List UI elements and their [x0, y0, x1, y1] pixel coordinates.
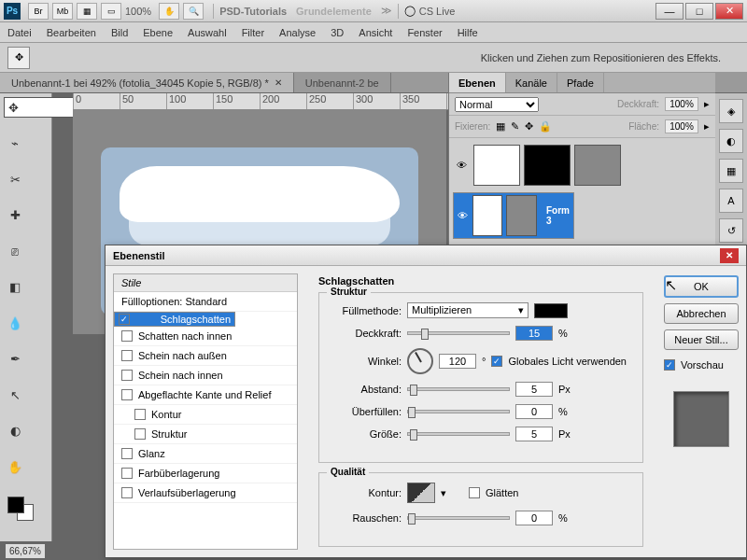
menu-edit[interactable]: Bearbeiten	[47, 27, 96, 38]
tab-channels[interactable]: Kanäle	[506, 73, 557, 92]
minibridge-icon[interactable]: Mb	[52, 3, 73, 20]
style-row[interactable]: Verlaufsüberlagerung	[114, 483, 297, 503]
preview-checkbox[interactable]: ✓	[664, 359, 675, 371]
style-row[interactable]: Schein nach außen	[114, 346, 297, 366]
lock-trans-icon[interactable]: ▦	[496, 120, 505, 133]
menu-filter[interactable]: Filter	[242, 27, 264, 38]
lock-all-icon[interactable]: 🔒	[539, 120, 552, 133]
style-row[interactable]: ✓Schlagschatten	[114, 312, 235, 327]
style-row[interactable]: Glanz	[114, 444, 297, 464]
new-style-button[interactable]: Neuer Stil...	[664, 329, 739, 350]
menu-layer[interactable]: Ebene	[143, 27, 173, 38]
noise-slider[interactable]	[407, 516, 510, 520]
layer-row[interactable]: 👁	[453, 142, 712, 189]
distance-slider[interactable]	[407, 387, 510, 391]
style-row[interactable]: Farbüberlagerung	[114, 464, 297, 483]
tab-paths[interactable]: Pfade	[557, 73, 604, 92]
menu-help[interactable]: Hilfe	[458, 27, 478, 38]
visibility-icon[interactable]: 👁	[458, 210, 469, 221]
heal-tool[interactable]: ✚	[4, 205, 26, 226]
arrange-icon[interactable]: ▦	[77, 3, 97, 20]
history-icon[interactable]: ↺	[719, 218, 743, 243]
maximize-button[interactable]: □	[685, 3, 713, 20]
styles-icon[interactable]: ▦	[719, 159, 743, 183]
hand-tool[interactable]: ✋	[4, 456, 26, 477]
noise-input[interactable]: 0	[515, 511, 553, 525]
layer-name[interactable]: Form 3	[541, 205, 570, 226]
layers-icon[interactable]: ◈	[719, 99, 743, 123]
close-button[interactable]: ✕	[715, 3, 743, 20]
style-row[interactable]: Schatten nach innen	[114, 327, 297, 346]
ok-button[interactable]: OK	[664, 275, 739, 298]
tab-layers[interactable]: Ebenen	[449, 73, 506, 92]
dialog-titlebar[interactable]: Ebenenstil ✕	[106, 245, 746, 266]
style-row[interactable]: Schein nach innen	[114, 366, 297, 385]
path-tool[interactable]: ↖	[4, 385, 26, 405]
style-row[interactable]: Struktur	[114, 425, 297, 444]
visibility-icon[interactable]: 👁	[453, 160, 470, 171]
style-checkbox[interactable]	[121, 350, 133, 361]
minimize-button[interactable]: —	[655, 3, 684, 20]
screen-mode-icon[interactable]: ▭	[101, 3, 121, 20]
style-row[interactable]: Füllloptionen: Standard	[114, 292, 297, 312]
angle-input[interactable]: 120	[439, 354, 476, 369]
menu-analysis[interactable]: Analyse	[279, 27, 316, 38]
adjustments-icon[interactable]: ◐	[719, 129, 743, 153]
menu-window[interactable]: Fenster	[407, 27, 442, 38]
cslive-label[interactable]: CS Live	[419, 6, 456, 17]
3d-tool[interactable]: ◐	[4, 421, 26, 441]
opacity-slider[interactable]	[407, 331, 510, 335]
style-checkbox[interactable]	[121, 389, 133, 400]
menu-file[interactable]: Datei	[7, 27, 32, 38]
opacity-value[interactable]: 100%	[665, 97, 698, 111]
fillmethod-select[interactable]: Multiplizieren▾	[407, 302, 529, 318]
shadow-color-swatch[interactable]	[534, 303, 568, 318]
spread-slider[interactable]	[407, 410, 510, 413]
style-checkbox[interactable]	[121, 370, 133, 381]
chevron-icon[interactable]: ▸	[704, 120, 710, 133]
eraser-tool[interactable]: ◧	[4, 277, 26, 298]
chevron-icon[interactable]: ▸	[704, 98, 710, 110]
doc-tab-2[interactable]: Unbenannt-2 be	[294, 73, 391, 92]
zoom-status[interactable]: 66,67%	[6, 544, 45, 558]
style-checkbox[interactable]	[121, 330, 133, 342]
style-checkbox[interactable]	[134, 428, 146, 440]
pen-tool[interactable]: ✒	[4, 349, 26, 370]
lasso-tool[interactable]: ⌁	[4, 133, 26, 154]
bridge-icon[interactable]: Br	[28, 3, 49, 20]
stamp-tool[interactable]: ⎚	[4, 241, 26, 261]
title-zoom[interactable]: 100%	[125, 6, 151, 17]
zoom-tool-icon[interactable]: 🔍	[183, 3, 204, 20]
angle-dial[interactable]	[407, 348, 433, 374]
blend-mode-select[interactable]: Normal	[455, 97, 539, 112]
distance-input[interactable]: 5	[515, 382, 553, 397]
blur-tool[interactable]: 💧	[4, 313, 26, 333]
size-slider[interactable]	[407, 432, 510, 436]
crop-tool[interactable]: ✂	[4, 169, 26, 189]
char-icon[interactable]: A	[719, 189, 743, 213]
style-row[interactable]: Kontur	[114, 405, 297, 425]
move-tool-icon[interactable]: ✥	[7, 47, 30, 69]
lock-paint-icon[interactable]: ✎	[511, 120, 519, 133]
layer-row-selected[interactable]: 👁 Form 3	[453, 192, 574, 239]
opacity-input[interactable]: 15	[515, 326, 553, 341]
menu-image[interactable]: Bild	[111, 27, 128, 38]
style-row[interactable]: Abgeflachte Kante und Relief	[114, 385, 297, 405]
workspace-link-2[interactable]: Grundelemente	[296, 6, 372, 17]
size-input[interactable]: 5	[515, 427, 553, 441]
workspace-link-1[interactable]: PSD-Tutorials	[219, 6, 287, 17]
menu-3d[interactable]: 3D	[331, 27, 344, 38]
fill-value[interactable]: 100%	[665, 119, 698, 133]
hand-icon[interactable]: ✋	[159, 3, 179, 20]
style-checkbox[interactable]	[121, 468, 133, 479]
style-checkbox[interactable]: ✓	[119, 314, 130, 325]
cancel-button[interactable]: Abbrechen	[664, 303, 739, 324]
menu-view[interactable]: Ansicht	[359, 27, 392, 38]
dialog-close-button[interactable]: ✕	[720, 248, 739, 263]
more-icon[interactable]: ≫	[381, 5, 392, 17]
style-checkbox[interactable]	[121, 448, 133, 459]
style-checkbox[interactable]	[121, 487, 133, 498]
spread-input[interactable]: 0	[515, 404, 553, 419]
global-light-checkbox[interactable]: ✓	[491, 356, 502, 367]
aa-checkbox[interactable]	[469, 487, 480, 498]
